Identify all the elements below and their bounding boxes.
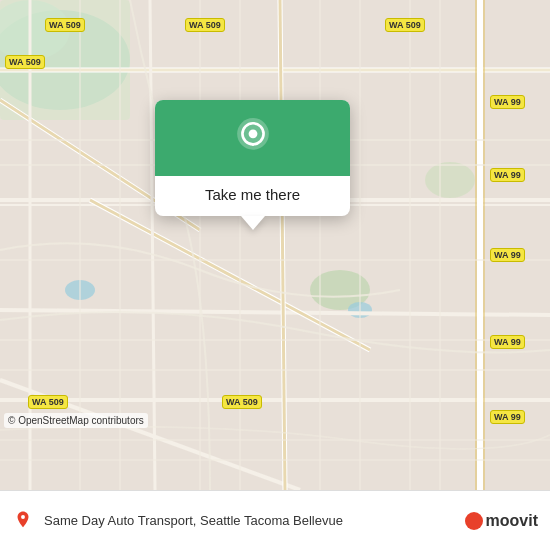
- popup-label-section[interactable]: Take me there: [155, 176, 350, 216]
- info-pin-icon: [12, 510, 34, 532]
- badge-wa509-bot-mid: WA 509: [222, 395, 262, 409]
- badge-wa509-top-left: WA 509: [45, 18, 85, 32]
- svg-point-5: [425, 162, 475, 198]
- badge-wa509-top-right: WA 509: [385, 18, 425, 32]
- location-pin-icon: [231, 118, 275, 162]
- badge-wa99-rt5: WA 99: [490, 410, 525, 424]
- badge-wa509-bot-left: WA 509: [28, 395, 68, 409]
- moovit-text: moovit: [486, 512, 538, 530]
- popup-header: [155, 100, 350, 176]
- badge-wa99-rt1: WA 99: [490, 95, 525, 109]
- badge-wa99-rt3: WA 99: [490, 248, 525, 262]
- info-bar: Same Day Auto Transport, Seattle Tacoma …: [0, 490, 550, 550]
- badge-wa509-top-mid: WA 509: [185, 18, 225, 32]
- info-text: Same Day Auto Transport, Seattle Tacoma …: [44, 513, 455, 528]
- badge-wa99-rt2: WA 99: [490, 168, 525, 182]
- osm-attribution: © OpenStreetMap contributors: [4, 413, 148, 428]
- moovit-logo: moovit: [465, 512, 538, 530]
- map-container[interactable]: WA 509 WA 509 WA 509 WA 509 WA 509 WA 50…: [0, 0, 550, 490]
- badge-wa509-mid-left: WA 509: [5, 55, 45, 69]
- badge-wa99-rt4: WA 99: [490, 335, 525, 349]
- svg-point-43: [248, 129, 257, 138]
- popup-label[interactable]: Take me there: [205, 186, 300, 203]
- moovit-dot: [465, 512, 483, 530]
- attribution-text: © OpenStreetMap contributors: [8, 415, 144, 426]
- svg-point-44: [21, 515, 25, 519]
- popup-card: Take me there: [155, 100, 350, 216]
